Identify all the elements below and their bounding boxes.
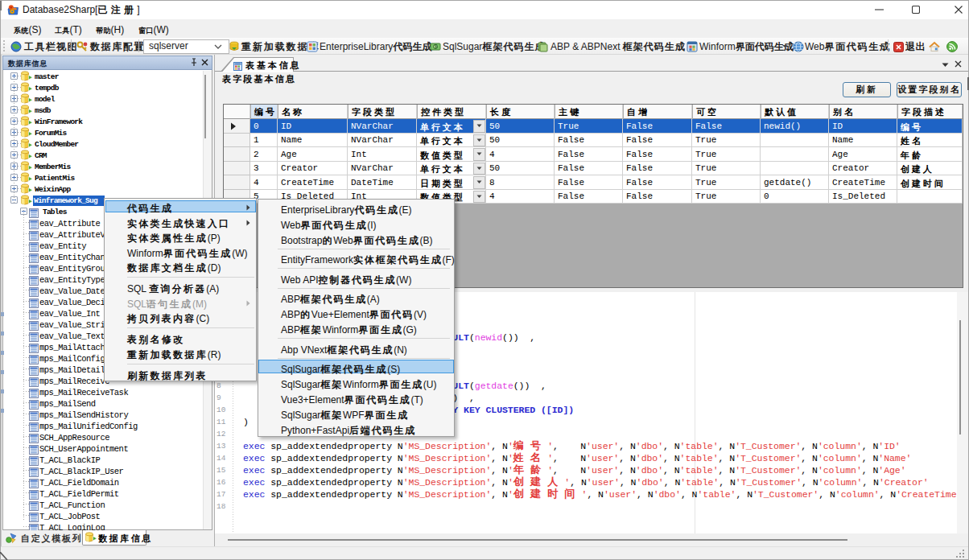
svg-text:$: $ <box>434 43 437 49</box>
